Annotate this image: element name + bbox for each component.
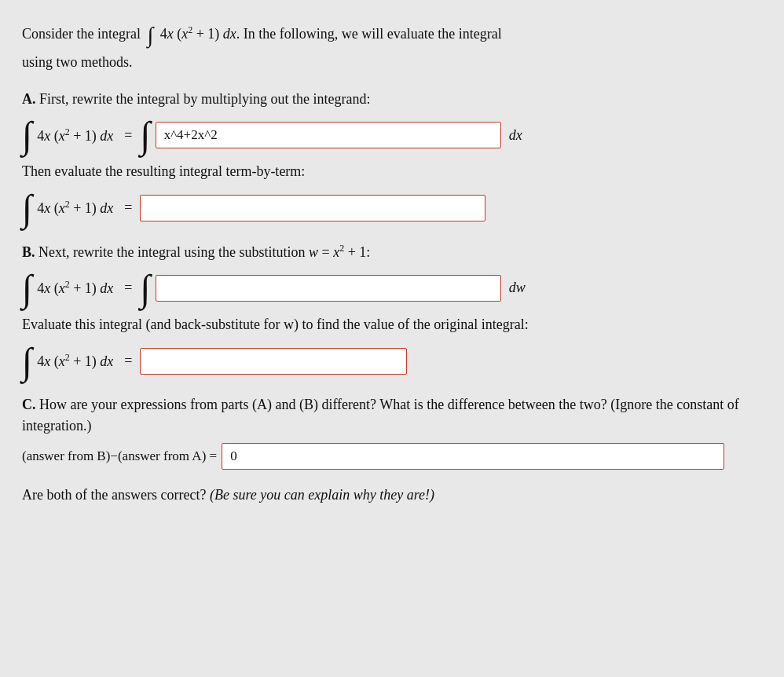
section-a: A. First, rewrite the integral by multip… — [22, 89, 762, 227]
section-a-integral-row2: ∫ 4x (x2 + 1) dx = — [22, 189, 762, 227]
intro-line3: using two methods. — [22, 54, 133, 70]
section-c-bold-label: C. — [22, 397, 36, 412]
section-a-label: A. First, rewrite the integral by multip… — [22, 89, 762, 110]
section-c-label: C. How are your expressions from parts (… — [22, 394, 762, 437]
section-b-description: Next, rewrite the integral using the sub… — [38, 244, 370, 260]
section-b-integral-row2: ∫ 4x (x2 + 1) dx = — [22, 342, 762, 380]
section-b-integral-sign1: ∫ — [22, 269, 32, 307]
section-c-answer-row: (answer from B)−(answer from A) = — [22, 443, 762, 470]
footer-text2: (Be sure you can explain why they are!) — [210, 487, 434, 503]
section-b-integral-sign3: ∫ — [22, 342, 32, 380]
section-b-equals1: = — [124, 280, 132, 296]
section-a-dx1: dx — [509, 127, 522, 144]
footer-block: Are both of the answers correct? (Be sur… — [22, 484, 762, 507]
footer-text1: Are both of the answers correct? — [22, 487, 206, 503]
intro-integral: ∫ — [147, 23, 153, 47]
section-b-left-expr1: 4x (x2 + 1) dx — [37, 279, 113, 297]
intro-line2: In the following, we will evaluate the i… — [244, 26, 502, 42]
section-c: C. How are your expressions from parts (… — [22, 394, 762, 470]
section-b-integral-sign2: ∫ — [140, 269, 150, 307]
section-a-equals2: = — [124, 199, 132, 216]
section-b-label: B. Next, rewrite the integral using the … — [22, 241, 762, 263]
section-b-sub-description: Evaluate this integral (and back-substit… — [22, 313, 762, 336]
section-b-dw: dw — [509, 280, 526, 296]
section-a-sub-description: Then evaluate the resulting integral ter… — [22, 160, 762, 183]
section-a-left-expr2: 4x (x2 + 1) dx — [37, 199, 113, 217]
section-a-equals1: = — [124, 127, 132, 144]
section-a-integral-sign2: ∫ — [140, 116, 150, 154]
section-a-integral-sign3: ∫ — [22, 189, 32, 227]
section-a-integral-row1: ∫ 4x (x2 + 1) dx = ∫ dx — [22, 116, 762, 154]
section-a-input2[interactable] — [140, 195, 485, 221]
intro-line1: Consider the integral — [22, 26, 141, 42]
section-a-description: First, rewrite the integral by multiplyi… — [39, 91, 370, 107]
section-b-left-expr2: 4x (x2 + 1) dx — [37, 352, 113, 370]
section-c-answer-label: (answer from B)−(answer from A) = — [22, 448, 217, 464]
section-b-input2[interactable] — [140, 348, 407, 375]
section-a-left-expr1: 4x (x2 + 1) dx — [37, 126, 113, 145]
section-b-input1[interactable] — [156, 275, 501, 302]
section-b-integral-row1: ∫ 4x (x2 + 1) dx = ∫ dw — [22, 269, 762, 307]
intro-integral-expr: 4x (x2 + 1) dx. — [160, 26, 240, 42]
section-a-input1[interactable] — [156, 122, 501, 148]
section-c-description: How are your expressions from parts (A) … — [22, 397, 739, 434]
section-b-bold-label: B. — [22, 244, 35, 260]
section-b-equals2: = — [124, 353, 132, 369]
section-a-integral-sign1: ∫ — [22, 116, 32, 154]
section-a-bold-label: A. — [22, 91, 36, 107]
section-c-answer-input[interactable] — [222, 443, 724, 470]
intro-block: Consider the integral ∫ 4x (x2 + 1) dx. … — [22, 19, 762, 73]
section-b: B. Next, rewrite the integral using the … — [22, 241, 762, 380]
